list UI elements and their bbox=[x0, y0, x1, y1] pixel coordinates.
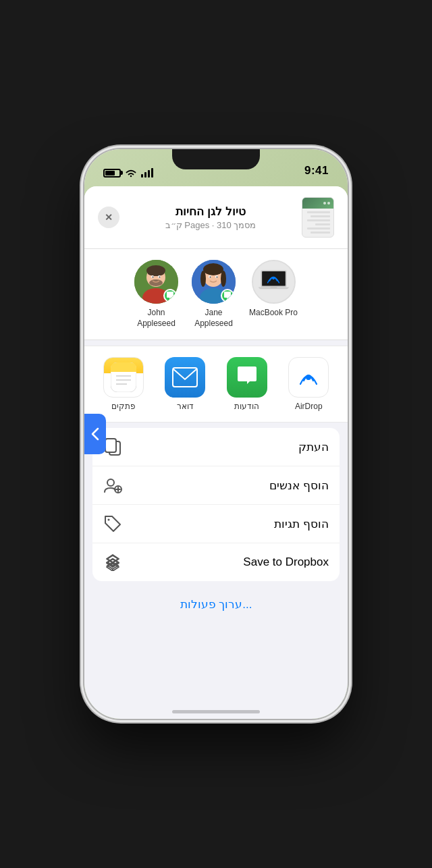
svg-rect-29 bbox=[111, 368, 136, 372]
svg-point-9 bbox=[159, 277, 160, 278]
notes-icon bbox=[103, 357, 144, 398]
action-dropbox[interactable]: Save to Dropbox bbox=[92, 543, 340, 581]
apps-row: AirDrop הודעות bbox=[92, 357, 340, 411]
mail-icon bbox=[165, 357, 205, 398]
messages-badge-john bbox=[163, 289, 177, 302]
sheet-title-area: טיול לגן החיות מסמך Pages · 310 ק״ב bbox=[119, 205, 302, 230]
close-button[interactable]: ✕ bbox=[98, 207, 119, 228]
contact-jane[interactable]: JaneAppleseed bbox=[192, 260, 236, 329]
copy-label: העתק bbox=[130, 440, 329, 454]
tag-icon bbox=[103, 514, 122, 533]
svg-rect-34 bbox=[105, 439, 116, 452]
svg-point-19 bbox=[216, 277, 217, 278]
action-add-people[interactable]: הוסף אנשים bbox=[92, 466, 340, 505]
messages-label: הודעות bbox=[234, 402, 259, 411]
add-person-icon bbox=[103, 476, 122, 495]
john-avatar bbox=[134, 260, 178, 304]
signal-bars-icon bbox=[141, 168, 153, 178]
nav-back-arrow[interactable] bbox=[84, 414, 106, 454]
jane-label: JaneAppleseed bbox=[194, 308, 233, 329]
phone-frame: 9:41 bbox=[84, 149, 348, 719]
airdrop-icon bbox=[288, 357, 329, 398]
svg-point-8 bbox=[152, 277, 153, 278]
copy-icon bbox=[103, 437, 122, 456]
svg-rect-26 bbox=[173, 368, 197, 387]
svg-rect-24 bbox=[270, 287, 277, 288]
action-list: העתק הוסף אנשים bbox=[92, 428, 340, 581]
edit-actions[interactable]: ערוך פעולות... bbox=[84, 587, 348, 622]
document-title: טיול לגן החיות bbox=[119, 205, 302, 219]
dropbox-icon bbox=[103, 553, 122, 572]
contact-john[interactable]: JohnAppleseed bbox=[134, 260, 178, 329]
app-notes[interactable]: פתקים bbox=[103, 357, 144, 411]
macbook-label: MacBook Pro bbox=[249, 308, 298, 319]
svg-point-13 bbox=[203, 263, 223, 275]
mail-label: דואר bbox=[177, 402, 194, 411]
status-time: 9:41 bbox=[304, 164, 329, 178]
jane-avatar bbox=[192, 260, 236, 304]
document-thumbnail bbox=[302, 197, 334, 238]
status-indicators bbox=[103, 168, 153, 178]
svg-point-4 bbox=[148, 271, 164, 276]
sheet-header: טיול לגן החיות מסמך Pages · 310 ק״ב ✕ bbox=[84, 186, 348, 249]
add-people-label: הוסף אנשים bbox=[130, 479, 329, 493]
status-bar: 9:41 bbox=[84, 149, 348, 183]
action-copy[interactable]: העתק bbox=[92, 428, 340, 466]
add-tags-label: הוסף תגיות bbox=[130, 517, 329, 531]
close-icon: ✕ bbox=[105, 212, 113, 223]
app-mail[interactable]: דואר bbox=[165, 357, 205, 411]
apps-section: AirDrop הודעות bbox=[84, 346, 348, 423]
airdrop-contacts-row: JohnAppleseed bbox=[84, 249, 348, 340]
airdrop-label: AirDrop bbox=[295, 402, 323, 411]
svg-point-18 bbox=[209, 277, 211, 278]
edit-actions-label: ערוך פעולות... bbox=[180, 598, 252, 611]
dropbox-label: Save to Dropbox bbox=[130, 555, 329, 569]
macbook-avatar bbox=[252, 260, 296, 304]
svg-point-5 bbox=[149, 279, 163, 286]
contact-macbook[interactable]: MacBook Pro bbox=[249, 260, 298, 329]
svg-point-15 bbox=[221, 271, 226, 287]
share-sheet: טיול לגן החיות מסמך Pages · 310 ק״ב ✕ bbox=[84, 186, 348, 719]
messages-icon bbox=[227, 357, 267, 398]
messages-badge-jane bbox=[221, 289, 234, 302]
svg-point-14 bbox=[200, 271, 206, 287]
app-airdrop[interactable]: AirDrop bbox=[288, 357, 329, 411]
john-label: JohnAppleseed bbox=[137, 308, 176, 329]
battery-icon bbox=[103, 169, 121, 178]
notes-label: פתקים bbox=[111, 402, 136, 411]
svg-point-35 bbox=[107, 479, 114, 486]
svg-point-39 bbox=[108, 519, 110, 521]
wifi-icon bbox=[125, 168, 137, 178]
action-add-tags[interactable]: הוסף תגיות bbox=[92, 505, 340, 543]
app-messages[interactable]: הודעות bbox=[227, 357, 267, 411]
document-subtitle: מסמך Pages · 310 ק״ב bbox=[119, 220, 302, 230]
home-indicator bbox=[172, 710, 260, 713]
